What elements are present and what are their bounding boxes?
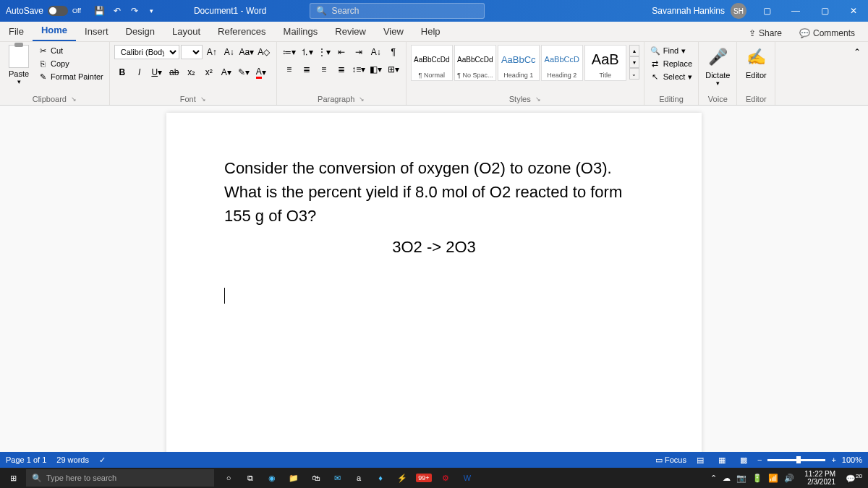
align-right-button[interactable]: ≡ xyxy=(316,62,332,77)
select-button[interactable]: ↖Select ▾ xyxy=(649,71,694,82)
style-heading-2[interactable]: AaBbCcDHeading 2 xyxy=(541,45,583,81)
style-normal[interactable]: AaBbCcDd¶ Normal xyxy=(411,45,453,81)
meet-now-icon[interactable]: 📷 xyxy=(736,474,746,483)
styles-scroll-up[interactable]: ▴ xyxy=(629,45,639,56)
web-layout-button[interactable]: ▩ xyxy=(736,453,752,466)
chrome-icon[interactable]: 99+ xyxy=(415,469,433,487)
style-title[interactable]: AaBTitle xyxy=(584,45,626,81)
grow-font-button[interactable]: A↑ xyxy=(204,45,220,59)
tab-view[interactable]: View xyxy=(375,22,412,41)
paragraph-launcher[interactable]: ↘ xyxy=(359,95,365,103)
paste-button[interactable]: Paste ▾ xyxy=(4,45,33,85)
redo-button[interactable]: ↷ xyxy=(127,4,142,18)
page-indicator[interactable]: Page 1 of 1 xyxy=(6,455,46,464)
edge-icon[interactable]: ◉ xyxy=(263,469,281,487)
sort-button[interactable]: A↓ xyxy=(368,45,384,59)
font-name-select[interactable]: Calibri (Body) xyxy=(114,45,179,59)
word-icon[interactable]: W xyxy=(459,469,476,487)
read-mode-button[interactable]: ▤ xyxy=(692,453,708,466)
styles-expand[interactable]: ⌄ xyxy=(629,68,639,80)
amazon-icon[interactable]: a xyxy=(350,469,367,487)
volume-icon[interactable]: 🔊 xyxy=(784,474,794,483)
undo-button[interactable]: ↶ xyxy=(110,4,124,18)
decrease-indent-button[interactable]: ⇤ xyxy=(333,45,349,59)
styles-scroll-down[interactable]: ▾ xyxy=(629,56,639,68)
focus-mode-button[interactable]: ▭ Focus xyxy=(655,455,686,465)
wifi-icon[interactable]: 📶 xyxy=(768,474,778,483)
tab-layout[interactable]: Layout xyxy=(163,22,209,41)
share-button[interactable]: ⇪Share xyxy=(741,25,789,41)
justify-button[interactable]: ≣ xyxy=(333,62,349,77)
styles-launcher[interactable]: ↘ xyxy=(535,95,541,103)
format-painter-button[interactable]: ✎Format Painter xyxy=(36,71,105,82)
clear-formatting-button[interactable]: A◇ xyxy=(256,45,272,59)
line-spacing-button[interactable]: ↕≡▾ xyxy=(351,62,367,77)
bullets-button[interactable]: ≔▾ xyxy=(281,45,297,59)
borders-button[interactable]: ⊞▾ xyxy=(386,62,401,77)
word-count[interactable]: 29 words xyxy=(56,455,89,464)
onedrive-icon[interactable]: ☁ xyxy=(723,474,731,483)
print-layout-button[interactable]: ▦ xyxy=(714,453,730,466)
minimize-button[interactable]: — xyxy=(781,0,810,22)
zoom-in-button[interactable]: + xyxy=(831,455,835,464)
zoom-slider[interactable] xyxy=(767,459,825,461)
text-effects-button[interactable]: A▾ xyxy=(218,65,234,80)
collapse-ribbon-button[interactable]: ⌃ xyxy=(849,45,865,59)
document-content[interactable]: Consider the conversion of oxygen (O2) t… xyxy=(224,156,644,310)
taskbar-search[interactable]: 🔍 Type here to search xyxy=(26,469,214,487)
autosave-toggle[interactable]: AutoSave Off xyxy=(0,6,87,16)
increase-indent-button[interactable]: ⇥ xyxy=(351,45,367,59)
tab-review[interactable]: Review xyxy=(326,22,375,41)
cortana-icon[interactable]: ○ xyxy=(220,469,237,487)
qat-customize[interactable]: ▾ xyxy=(145,4,159,18)
document-area[interactable]: Consider the conversion of oxygen (O2) t… xyxy=(0,106,868,452)
tab-insert[interactable]: Insert xyxy=(76,22,117,41)
task-view-icon[interactable]: ⧉ xyxy=(242,469,259,487)
page[interactable]: Consider the conversion of oxygen (O2) t… xyxy=(166,113,702,452)
font-size-select[interactable]: 11 xyxy=(181,45,203,59)
zoom-thumb[interactable] xyxy=(796,456,801,463)
zoom-out-button[interactable]: − xyxy=(757,455,762,464)
dictate-button[interactable]: 🎤 Dictate ▾ xyxy=(703,45,732,87)
change-case-button[interactable]: Aa▾ xyxy=(239,45,255,59)
tab-references[interactable]: References xyxy=(209,22,274,41)
user-area[interactable]: Savannah Hankins SH xyxy=(646,3,752,19)
style-heading-1[interactable]: AaBbCcHeading 1 xyxy=(498,45,540,81)
font-color-button[interactable]: A▾ xyxy=(253,65,269,80)
action-center-icon[interactable]: 💬20 xyxy=(846,473,862,484)
align-center-button[interactable]: ≣ xyxy=(299,62,315,77)
style-no-spacing[interactable]: AaBbCcDd¶ No Spac... xyxy=(454,45,496,81)
copy-button[interactable]: ⎘Copy xyxy=(36,58,105,69)
mail-icon[interactable]: ✉ xyxy=(328,469,346,487)
tab-help[interactable]: Help xyxy=(412,22,449,41)
shrink-font-button[interactable]: A↓ xyxy=(221,45,237,59)
app-icon[interactable]: ⚡ xyxy=(393,469,411,487)
dropbox-icon[interactable]: ♦ xyxy=(372,469,389,487)
spellcheck-icon[interactable]: ✓ xyxy=(99,455,106,465)
replace-button[interactable]: ⇄Replace xyxy=(649,58,694,69)
cut-button[interactable]: ✂Cut xyxy=(36,45,105,56)
font-launcher[interactable]: ↘ xyxy=(200,95,206,103)
superscript-button[interactable]: x² xyxy=(201,65,217,80)
italic-button[interactable]: I xyxy=(132,65,148,80)
underline-button[interactable]: U▾ xyxy=(149,65,165,80)
close-button[interactable]: ✕ xyxy=(839,0,868,22)
battery-icon[interactable]: 🔋 xyxy=(752,474,762,483)
find-button[interactable]: 🔍Find ▾ xyxy=(649,45,694,56)
align-left-button[interactable]: ≡ xyxy=(281,62,297,77)
tab-mailings[interactable]: Mailings xyxy=(275,22,327,41)
tray-chevron-icon[interactable]: ⌃ xyxy=(710,474,717,483)
subscript-button[interactable]: x₂ xyxy=(184,65,200,80)
clipboard-launcher[interactable]: ↘ xyxy=(71,95,77,103)
bold-button[interactable]: B xyxy=(114,65,130,80)
strikethrough-button[interactable]: ab xyxy=(166,65,182,80)
ribbon-display-options[interactable]: ▢ xyxy=(752,0,781,22)
tab-file[interactable]: File xyxy=(0,22,33,41)
explorer-icon[interactable]: 📁 xyxy=(285,469,302,487)
show-marks-button[interactable]: ¶ xyxy=(386,45,401,59)
tab-home[interactable]: Home xyxy=(33,20,76,41)
numbering-button[interactable]: ⒈▾ xyxy=(299,45,315,59)
highlight-button[interactable]: ✎▾ xyxy=(236,65,252,80)
multilevel-list-button[interactable]: ⋮▾ xyxy=(316,45,332,59)
save-button[interactable]: 💾 xyxy=(93,4,107,18)
